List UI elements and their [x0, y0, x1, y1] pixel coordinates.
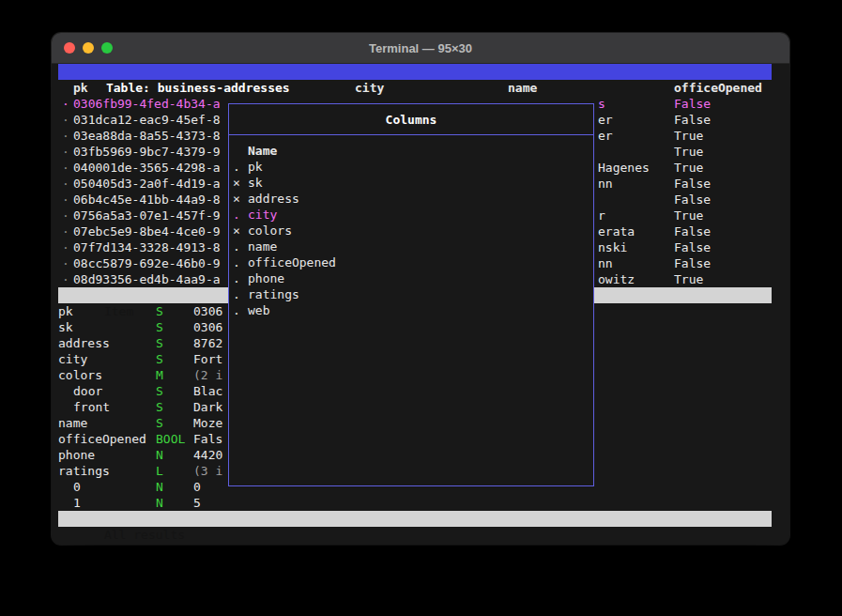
attribute-value: Fals [193, 431, 222, 447]
columns-dialog-item[interactable]: . web [229, 302, 593, 318]
close-window-button[interactable] [64, 42, 75, 54]
attribute-name: officeOpened [58, 431, 146, 447]
attribute-value: Dark [193, 399, 222, 415]
row-name-fragment: nski [598, 239, 627, 255]
row-officeopened-value: False [674, 255, 711, 271]
row-name-fragment: nn [598, 176, 613, 192]
columns-dialog-item[interactable]: . pk [229, 159, 593, 175]
row-pk-value: 0756a5a3-07e1-457f-9 [73, 208, 221, 223]
attribute-name: name [58, 415, 87, 431]
terminal-screen[interactable]: Table: business-addresses pk city name o… [58, 64, 772, 545]
column-visibility-marker: . [233, 207, 240, 223]
column-visibility-marker: . [233, 254, 240, 270]
attribute-type: S [156, 319, 163, 335]
status-text: All results [104, 528, 185, 542]
column-visibility-marker: . [233, 159, 240, 175]
column-name-label: colors [248, 223, 292, 239]
row-name-fragment: erata [598, 223, 635, 239]
column-name-label: city [248, 207, 277, 223]
columns-dialog-item[interactable]: . ratings [229, 286, 593, 302]
columns-dialog-body: Name . pk × sk × address . city [229, 135, 593, 318]
attribute-name: city [58, 351, 87, 367]
attribute-value: (2 i [193, 367, 222, 383]
attribute-name: 0 [73, 479, 81, 495]
row-officeopened-value: True [674, 144, 703, 160]
column-name-label: address [248, 191, 299, 207]
attribute-name: door [73, 383, 102, 399]
row-name-fragment: er [598, 112, 613, 128]
row-officeopened-value: True [674, 208, 703, 223]
columns-dialog: Columns Name . pk × sk × address [228, 103, 594, 486]
item-attribute-row[interactable]: 1 N 5 [58, 495, 772, 511]
attribute-name: ratings [58, 463, 110, 479]
column-visibility-marker: × [233, 175, 240, 191]
columns-dialog-item[interactable]: . name [229, 239, 593, 254]
row-officeopened-value: False [674, 239, 711, 255]
attribute-value: 4420 [193, 447, 222, 463]
attribute-name: phone [58, 447, 95, 463]
column-visibility-marker: × [233, 191, 240, 207]
row-selection-bullet: · [62, 255, 69, 271]
zoom-window-button[interactable] [101, 42, 113, 54]
columns-dialog-item[interactable]: . officeOpened [229, 254, 593, 270]
attribute-value: 0306 [193, 303, 222, 319]
row-selection-bullet: · [62, 176, 69, 192]
attribute-name: front [73, 399, 110, 415]
columns-list-header-label: Name [248, 143, 277, 159]
columns-dialog-item-selected[interactable]: . city [229, 207, 593, 223]
row-officeopened-value: True [674, 160, 703, 176]
traffic-lights [64, 42, 113, 54]
attribute-type: BOOL [156, 431, 185, 447]
attribute-value: Fort [193, 351, 222, 367]
attribute-type: L [156, 463, 163, 479]
attribute-value: 0306 [193, 319, 222, 335]
row-name-fragment: s [598, 96, 605, 112]
column-visibility-marker: . [233, 302, 240, 318]
row-selection-bullet: · [62, 96, 69, 112]
column-name-label: phone [248, 270, 284, 286]
attribute-type: S [156, 383, 163, 399]
attribute-type: N [156, 447, 163, 463]
row-officeopened-value: True [674, 271, 703, 287]
row-pk-value: 031dca12-eac9-45ef-8 [73, 112, 221, 128]
columns-dialog-item[interactable]: × sk [229, 175, 593, 191]
row-pk-value: 040001de-3565-4298-a [73, 160, 221, 176]
row-pk-value: 03fb5969-9bc7-4379-9 [73, 144, 221, 160]
attribute-value: Blac [193, 383, 222, 399]
window-titlebar[interactable]: Terminal — 95×30 [52, 33, 789, 64]
row-pk-value: 03ea88da-8a55-4373-8 [73, 128, 221, 144]
attribute-type: S [156, 399, 163, 415]
row-selection-bullet: · [62, 239, 69, 255]
attribute-value: 0 [193, 479, 201, 495]
columns-dialog-title: Columns [229, 104, 593, 135]
columns-dialog-item[interactable]: × colors [229, 223, 593, 239]
row-name-fragment: er [598, 128, 613, 144]
table-title-bar: Table: business-addresses [58, 64, 772, 80]
attribute-type: N [156, 495, 163, 511]
row-officeopened-value: False [674, 112, 711, 128]
attribute-type: N [156, 479, 163, 495]
column-name-label: pk [248, 159, 263, 175]
window-title: Terminal — 95×30 [52, 33, 789, 64]
column-name-label: ratings [248, 286, 299, 302]
columns-dialog-item[interactable]: . phone [229, 270, 593, 286]
row-selection-bullet: · [62, 160, 69, 176]
row-selection-bullet: · [62, 144, 69, 160]
row-pk-value: 0306fb99-4fed-4b34-a [73, 96, 221, 112]
minimize-window-button[interactable] [83, 42, 94, 54]
columns-dialog-item[interactable]: × address [229, 191, 593, 207]
column-headers-row: pk city name officeOpened [58, 80, 772, 96]
column-visibility-marker: × [233, 223, 240, 239]
attribute-value: Moze [193, 415, 222, 431]
column-header-pk: pk [73, 80, 88, 96]
column-name-label: officeOpened [248, 254, 336, 270]
columns-list-header: Name [229, 143, 593, 159]
row-pk-value: 08cc5879-692e-46b0-9 [73, 255, 221, 271]
row-name-fragment: owitz [598, 271, 635, 287]
attribute-name: sk [58, 319, 73, 335]
row-pk-value: 06b4c45e-41bb-44a9-8 [73, 192, 221, 208]
row-selection-bullet: · [62, 208, 69, 223]
column-name-label: name [248, 239, 277, 254]
attribute-value: 5 [193, 495, 201, 511]
row-selection-bullet: · [62, 112, 69, 128]
